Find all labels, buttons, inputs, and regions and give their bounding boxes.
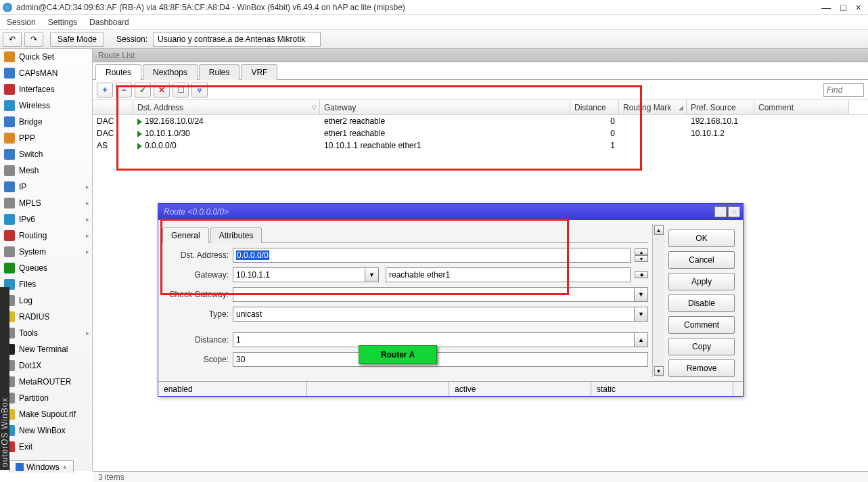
sidebar-item-quick-set[interactable]: Quick Set <box>0 49 92 65</box>
sidebar-item-files[interactable]: Files <box>0 276 92 292</box>
undo-button[interactable]: ↶ <box>3 32 22 47</box>
sidebar-item-label: Make Supout.rif <box>19 410 76 419</box>
window-titlebar: admin@C4:AD:34:09:63:AF (RB-A) via 48:8F… <box>0 0 868 15</box>
window-close-button[interactable]: × <box>856 2 861 13</box>
dialog-tab-attributes[interactable]: Attributes <box>210 227 262 243</box>
sidebar-item-system[interactable]: System▸ <box>0 244 92 260</box>
gateway-dropdown-button[interactable]: ▼ <box>365 267 379 282</box>
sidebar-item-new-winbox[interactable]: New WinBox <box>0 422 92 439</box>
sidebar-item-switch[interactable]: Switch <box>0 146 92 162</box>
toolbar-icon-4[interactable]: ☐ <box>173 83 189 97</box>
sidebar-item-radius[interactable]: RADIUS <box>0 309 92 325</box>
cancel-button[interactable]: Cancel <box>668 251 735 269</box>
scope-label: Scope: <box>162 355 233 364</box>
distance-stepper-up[interactable]: ▲ <box>635 332 648 347</box>
sidebar-item-exit[interactable]: Exit <box>0 439 92 455</box>
sidebar-item-log[interactable]: Log <box>0 292 92 309</box>
redo-button[interactable]: ↷ <box>24 32 43 47</box>
menu-session[interactable]: Session <box>7 18 36 27</box>
sidebar-icon <box>4 51 15 62</box>
sidebar-item-label: Interfaces <box>19 85 55 94</box>
sidebar-item-metarouter[interactable]: MetaROUTER <box>0 374 92 390</box>
find-input[interactable] <box>823 83 864 97</box>
session-field[interactable]: Usuario y contrase.a de Antenas Mikrotik <box>153 32 321 47</box>
table-row[interactable]: DAC192.168.10.0/24ether2 reachable0192.1… <box>93 115 868 127</box>
column-header[interactable]: Gateway <box>320 100 570 114</box>
type-label: Type: <box>162 309 233 319</box>
sidebar-item-wireless[interactable]: Wireless <box>0 97 92 114</box>
sidebar-item-dot1x[interactable]: Dot1X <box>0 357 92 374</box>
sidebar-item-mesh[interactable]: Mesh <box>0 162 92 179</box>
type-dropdown-button[interactable]: ▼ <box>635 307 648 322</box>
dialog-status-bar: enabledactivestatic <box>158 381 743 396</box>
sidebar-item-bridge[interactable]: Bridge <box>0 114 92 130</box>
dialog-titlebar[interactable]: Route <0.0.0.0/0> □ ✕ <box>158 204 743 220</box>
toolbar-icon-0[interactable]: + <box>97 83 113 97</box>
table-row[interactable]: AS0.0.0.0/010.10.1.1 reachable ether11 <box>93 139 868 152</box>
sidebar-item-label: IPv6 <box>19 215 35 224</box>
column-header[interactable]: Comment <box>754 100 849 114</box>
windows-menu-button[interactable]: Windows▲ <box>9 460 74 473</box>
sidebar-item-routing[interactable]: Routing▸ <box>0 227 92 244</box>
dialog-scrollbar[interactable]: ▲ ▼ <box>652 224 664 377</box>
remove-button[interactable]: Remove <box>668 359 735 377</box>
sidebar-item-ppp[interactable]: PPP <box>0 130 92 146</box>
dialog-restore-button[interactable]: □ <box>714 206 727 217</box>
sidebar-item-queues[interactable]: Queues <box>0 260 92 276</box>
safe-mode-button[interactable]: Safe Mode <box>50 32 104 47</box>
sidebar-item-ipv6[interactable]: IPv6▸ <box>0 211 92 227</box>
comment-button[interactable]: Comment <box>668 316 735 334</box>
apply-button[interactable]: Apply <box>668 273 735 290</box>
copy-button[interactable]: Copy <box>668 338 735 355</box>
disable-button[interactable]: Disable <box>668 294 735 312</box>
sidebar-item-partition[interactable]: Partition <box>0 390 92 406</box>
sidebar-item-label: Tools <box>19 328 38 338</box>
sidebar-item-ip[interactable]: IP▸ <box>0 179 92 195</box>
table-row[interactable]: DAC10.10.1.0/30ether1 reachable010.10.1.… <box>93 127 868 139</box>
tab-rules[interactable]: Rules <box>199 64 240 80</box>
chevron-right-icon: ▸ <box>86 216 89 223</box>
sidebar-item-mpls[interactable]: MPLS▸ <box>0 195 92 211</box>
sidebar-item-label: Log <box>19 296 32 305</box>
gateway-input[interactable]: 10.10.1.1 <box>233 267 365 282</box>
toolbar-icon-1[interactable]: − <box>116 83 132 97</box>
dialog-close-button[interactable]: ✕ <box>728 206 740 217</box>
check-gateway-input[interactable] <box>233 287 635 302</box>
check-gateway-dropdown-button[interactable]: ▼ <box>635 287 648 302</box>
menu-settings[interactable]: Settings <box>48 18 77 27</box>
scroll-down-icon[interactable]: ▼ <box>654 366 664 376</box>
spinner-up-icon[interactable]: ◆ <box>635 271 648 278</box>
column-header[interactable] <box>93 100 133 114</box>
window-minimize-button[interactable]: — <box>821 2 831 13</box>
tab-nexthops[interactable]: Nexthops <box>143 64 198 80</box>
tab-vrf[interactable]: VRF <box>241 64 277 80</box>
scope-input[interactable]: 30 <box>233 352 648 367</box>
column-header[interactable]: Pref. Source <box>687 100 754 114</box>
spinner-down-icon[interactable]: ▼ <box>635 255 648 262</box>
toolbar-icon-5[interactable]: ▿ <box>191 83 208 97</box>
sidebar-item-label: PPP <box>19 133 35 143</box>
column-header[interactable]: Dst. Address▽ <box>133 100 320 114</box>
route-list-tabs: RoutesNexthopsRulesVRF <box>93 62 868 80</box>
sidebar-item-make-supout-rif[interactable]: Make Supout.rif <box>0 406 92 422</box>
toolbar-icon-2[interactable]: ✓ <box>135 83 151 97</box>
ok-button[interactable]: OK <box>668 229 735 247</box>
spinner-up-icon[interactable]: ▲ <box>635 248 648 255</box>
window-maximize-button[interactable]: □ <box>840 2 846 13</box>
route-active-icon <box>137 118 142 125</box>
gateway-label: Gateway: <box>162 270 233 280</box>
menu-bar: Session Settings Dashboard <box>0 15 868 30</box>
sidebar-item-interfaces[interactable]: Interfaces <box>0 81 92 97</box>
sidebar-item-capsman[interactable]: CAPsMAN <box>0 65 92 81</box>
tab-routes[interactable]: Routes <box>95 64 141 80</box>
sidebar-item-tools[interactable]: Tools▸ <box>0 325 92 341</box>
dialog-tab-general[interactable]: General <box>162 227 209 243</box>
column-header[interactable]: Distance <box>570 100 619 114</box>
dst-address-input[interactable]: 0.0.0.0/0 <box>233 248 631 263</box>
menu-dashboard[interactable]: Dashboard <box>89 18 129 27</box>
sidebar-item-new-terminal[interactable]: New Terminal <box>0 341 92 357</box>
column-header[interactable]: Routing Mark◢ <box>619 100 687 114</box>
toolbar-icon-3[interactable]: ✕ <box>154 83 170 97</box>
scroll-up-icon[interactable]: ▲ <box>654 225 664 235</box>
type-input[interactable]: unicast <box>233 307 635 322</box>
